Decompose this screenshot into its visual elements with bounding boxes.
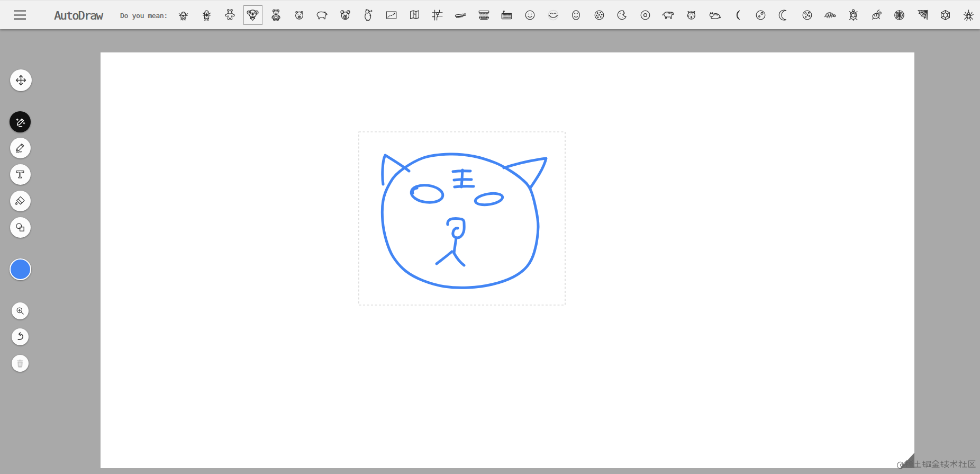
smile-closed-eyes-icon [546, 8, 560, 22]
keyboard-icon [500, 8, 514, 22]
comb-icon [453, 8, 468, 22]
delete-tool-button[interactable] [12, 355, 29, 372]
suggestion-teddy-bear-outline[interactable] [218, 1, 241, 30]
suggestion-frame [428, 5, 447, 25]
suggestion-strip [172, 1, 980, 30]
drawing-canvas[interactable] [101, 52, 914, 468]
suggestion-frame [543, 5, 562, 25]
suggestion-spider[interactable] [957, 1, 980, 30]
tiger-lying-icon [707, 8, 722, 22]
koala-face-bow-icon [246, 8, 260, 22]
suggestion-ghost-monster[interactable] [172, 1, 195, 30]
suggestion-screaming-ghost[interactable] [195, 1, 219, 30]
treasure-map-icon [384, 8, 398, 22]
color-tool-button[interactable] [10, 258, 31, 280]
magic-pencil-icon [14, 115, 27, 129]
suggestion-sea-turtle[interactable] [865, 1, 888, 30]
suggestion-full-moon[interactable] [795, 1, 819, 30]
suggestion-spider-web-round[interactable] [888, 1, 911, 30]
cookie-icon [592, 8, 606, 22]
suggestion-turtle-top[interactable] [842, 1, 865, 30]
draw-tool-button[interactable] [10, 138, 31, 158]
suggestion-frame [774, 5, 793, 25]
suggestion-crescent-moon[interactable] [773, 1, 796, 30]
suggestion-frame [405, 5, 424, 25]
suggestion-smile-closed-eyes[interactable] [541, 1, 565, 30]
undo-tool-button[interactable] [12, 328, 29, 345]
smiley-face-icon [523, 8, 537, 22]
sketch-stroke-mouth-left [437, 252, 452, 264]
suggestion-folded-map[interactable] [403, 1, 426, 30]
autodraw-tool-button[interactable] [10, 111, 31, 132]
suggestion-spider-web-hex[interactable] [934, 1, 957, 30]
fill-tool-button[interactable] [10, 191, 31, 211]
suggestion-frame [890, 5, 909, 25]
suggestion-teddy-bear[interactable] [265, 1, 288, 30]
suggestion-polar-bear-walking[interactable] [311, 1, 334, 30]
suggestion-crescent-thin[interactable] [726, 1, 749, 30]
menu-button[interactable] [14, 10, 26, 20]
cookie-bite-icon [615, 8, 629, 22]
suggestion-frame [359, 5, 378, 25]
suggestion-smiley-oval-face[interactable] [565, 1, 588, 30]
turtle-side-icon [823, 8, 837, 22]
suggestion-polar-bear-face[interactable] [287, 1, 311, 30]
select-tool-button[interactable] [10, 69, 32, 91]
suggestion-typewriter-keyboard[interactable] [472, 1, 495, 30]
shape-tool-button[interactable] [10, 217, 31, 238]
suggestion-frame [174, 5, 193, 25]
suggestion-frame [821, 5, 840, 25]
sketch-layer [101, 52, 914, 468]
polar-bear-walking-icon [315, 8, 329, 22]
suggestion-spider-web-corner[interactable] [911, 1, 934, 30]
suggestion-keyboard[interactable] [495, 1, 519, 30]
suggestion-frame [797, 5, 816, 25]
watermark-text [896, 458, 977, 471]
crescent-thin-icon [731, 8, 745, 22]
suggestion-tiger-lying[interactable] [703, 1, 727, 30]
suggestion-city-map-pin[interactable] [426, 1, 449, 30]
crescent-moon-icon [777, 8, 791, 22]
suggestion-frame [197, 5, 216, 25]
suggestion-turtle-side[interactable] [819, 1, 842, 30]
sketch-stroke-left-ear [383, 155, 409, 184]
teddy-bear-outline-icon [223, 8, 237, 22]
suggestion-frame [220, 5, 239, 25]
suggestion-frame [959, 5, 978, 25]
suggestion-bear-face[interactable] [333, 1, 357, 30]
tiger-walking-icon [661, 8, 676, 22]
fill-icon [14, 194, 26, 207]
suggestion-frame [728, 5, 747, 25]
suggestion-donut[interactable] [634, 1, 657, 30]
suggestion-cookie-bite[interactable] [611, 1, 634, 30]
undo-icon [15, 332, 25, 342]
suggestion-frame [567, 5, 586, 25]
typewriter-keyboard-icon [477, 8, 491, 22]
suggestion-frame [613, 5, 632, 25]
app-title: AutoDraw [54, 9, 102, 22]
spider-web-corner-icon [915, 8, 930, 22]
suggestion-frame [382, 5, 401, 25]
suggestion-koala-face-bow[interactable] [241, 1, 265, 30]
suggestion-smiley-face[interactable] [519, 1, 542, 30]
watermark [896, 458, 977, 473]
turtle-top-icon [846, 8, 860, 22]
suggestion-frame [313, 5, 332, 25]
sketch-stroke-nose [448, 219, 464, 238]
suggestion-treasure-map[interactable] [380, 1, 403, 30]
screaming-ghost-icon [199, 8, 214, 22]
donut-icon [638, 8, 652, 22]
sketch-stroke-king-vertical [461, 170, 462, 187]
suggestion-bear-standing[interactable] [357, 1, 380, 30]
suggestion-tiger-walking[interactable] [657, 1, 680, 30]
suggestion-comb[interactable] [449, 1, 473, 30]
suggestion-cookie[interactable] [588, 1, 611, 30]
zoom-tool-button[interactable] [12, 302, 29, 319]
type-tool-button[interactable] [10, 164, 31, 185]
polar-bear-face-icon [292, 8, 306, 22]
suggestion-moon-craters[interactable] [749, 1, 773, 30]
spider-web-hex-icon [938, 8, 952, 22]
suggestion-tiger-face[interactable] [680, 1, 703, 30]
suggestion-frame [266, 5, 285, 25]
sketch-stroke-nose-line [454, 238, 456, 253]
